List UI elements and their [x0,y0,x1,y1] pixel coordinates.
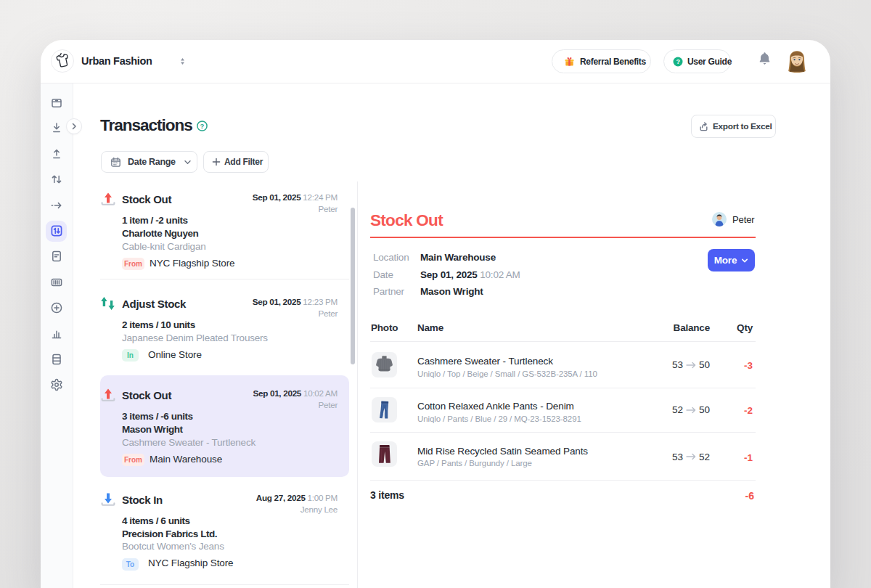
svg-text:?: ? [676,58,679,65]
svg-text:?: ? [200,122,205,130]
